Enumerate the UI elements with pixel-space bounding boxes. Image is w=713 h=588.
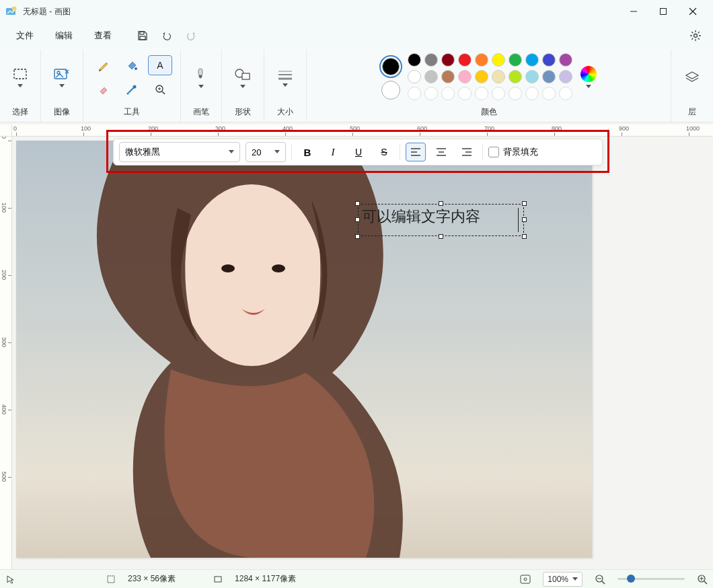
menu-file[interactable]: 文件: [5, 26, 44, 46]
ribbon-group-layers: 层: [671, 50, 713, 122]
zoom-select[interactable]: 100%: [543, 572, 583, 587]
underline-button[interactable]: U: [348, 143, 369, 161]
bold-button[interactable]: B: [297, 143, 317, 161]
size-tool[interactable]: [271, 64, 299, 91]
minimize-button[interactable]: [619, 1, 648, 22]
color-swatch[interactable]: [408, 53, 421, 67]
color-swatch[interactable]: [509, 70, 522, 83]
color-swatch[interactable]: [559, 53, 572, 67]
zoom-out-button[interactable]: [595, 574, 605, 585]
color-swatch[interactable]: [525, 87, 539, 100]
align-right-button[interactable]: [457, 143, 477, 161]
color-swatch[interactable]: [424, 53, 438, 67]
background-fill-label: 背景填充: [503, 146, 538, 158]
redo-button[interactable]: [179, 26, 203, 46]
text-edit-box[interactable]: 可以编辑文字内容: [358, 204, 524, 236]
eyedropper-tool[interactable]: [120, 79, 144, 100]
canvas-image: [16, 141, 592, 558]
svg-point-15: [127, 93, 129, 95]
text-tool[interactable]: A: [148, 55, 172, 75]
fit-screen-button[interactable]: [520, 575, 531, 584]
svg-rect-6: [140, 32, 144, 34]
font-size-select[interactable]: 20: [246, 142, 286, 162]
undo-button[interactable]: [155, 26, 179, 46]
svg-line-17: [162, 91, 165, 94]
menu-view[interactable]: 查看: [83, 26, 122, 46]
fill-tool[interactable]: [120, 55, 144, 75]
svg-point-26: [181, 184, 322, 366]
statusbar: 233 × 56像素 1284 × 1177像素 100%: [0, 569, 713, 588]
align-center-button[interactable]: [431, 143, 451, 161]
font-family-select[interactable]: 微软雅黑: [119, 142, 240, 162]
color-swatch[interactable]: [525, 53, 539, 67]
ribbon-group-tools: A 工具: [83, 50, 181, 122]
color-swatch[interactable]: [458, 87, 472, 100]
color-swatch[interactable]: [475, 53, 488, 67]
layers-button[interactable]: [678, 65, 706, 89]
italic-button[interactable]: I: [323, 143, 343, 161]
color-swatch[interactable]: [475, 87, 488, 100]
svg-point-28: [272, 264, 285, 272]
svg-rect-7: [140, 36, 145, 40]
select-tool[interactable]: [7, 63, 34, 92]
settings-button[interactable]: [683, 26, 708, 46]
svg-point-14: [133, 85, 137, 89]
primary-color-swatch[interactable]: [379, 55, 402, 78]
canvas[interactable]: 可以编辑文字内容: [16, 141, 592, 558]
magnifier-tool[interactable]: [148, 79, 172, 100]
eraser-tool[interactable]: [91, 79, 116, 100]
color-swatch[interactable]: [424, 87, 438, 100]
ribbon-group-brushes: 画笔: [181, 50, 222, 122]
background-fill-toggle[interactable]: 背景填充: [488, 146, 538, 158]
brush-tool[interactable]: [188, 63, 215, 93]
maximize-button[interactable]: [648, 1, 678, 22]
shapes-tool[interactable]: [229, 63, 257, 93]
close-button[interactable]: [678, 1, 708, 22]
save-button[interactable]: [130, 26, 155, 46]
color-swatch[interactable]: [492, 70, 505, 83]
color-swatch[interactable]: [542, 87, 556, 100]
color-swatch[interactable]: [441, 53, 455, 67]
pencil-tool[interactable]: [91, 55, 116, 75]
color-swatch[interactable]: [458, 70, 472, 83]
color-swatch[interactable]: [492, 53, 505, 67]
selection-size: 233 × 56像素: [128, 573, 176, 585]
color-swatch[interactable]: [509, 53, 522, 67]
secondary-color-swatch[interactable]: [381, 81, 400, 100]
image-tool[interactable]: [48, 63, 76, 92]
selection-size-icon: [106, 575, 116, 584]
color-swatch[interactable]: [525, 70, 539, 83]
color-swatch[interactable]: [475, 70, 488, 83]
font-family-value: 微软雅黑: [125, 146, 160, 158]
color-swatch[interactable]: [408, 70, 421, 83]
color-swatch[interactable]: [509, 87, 522, 100]
zoom-in-button[interactable]: [697, 574, 708, 585]
ribbon-group-image: 图像: [41, 50, 83, 122]
svg-rect-22: [242, 73, 250, 79]
menu-edit[interactable]: 编辑: [44, 26, 83, 46]
color-swatch[interactable]: [458, 53, 472, 67]
svg-text:A: A: [157, 60, 163, 71]
app-icon: [5, 5, 17, 17]
group-label: 形状: [235, 104, 251, 122]
color-swatch[interactable]: [441, 70, 455, 83]
titlebar: 无标题 - 画图: [0, 0, 713, 23]
strikethrough-button[interactable]: S: [374, 143, 394, 161]
color-swatch[interactable]: [542, 70, 556, 83]
canvas-area: 01002003004005006007008009001000 0100200…: [0, 124, 713, 569]
align-left-button[interactable]: [406, 143, 426, 161]
zoom-slider[interactable]: [617, 578, 685, 580]
color-swatch[interactable]: [542, 53, 556, 67]
viewport[interactable]: 可以编辑文字内容: [12, 137, 713, 569]
color-swatch[interactable]: [424, 70, 438, 83]
text-content[interactable]: 可以编辑文字内容: [362, 207, 520, 233]
color-swatch[interactable]: [559, 87, 572, 100]
edit-colors-button[interactable]: [580, 66, 597, 82]
color-swatch[interactable]: [492, 87, 505, 100]
svg-point-11: [57, 71, 60, 74]
color-swatch[interactable]: [441, 87, 455, 100]
group-label: 图像: [54, 104, 70, 122]
color-swatch[interactable]: [408, 87, 421, 100]
color-swatch[interactable]: [559, 70, 572, 83]
font-size-value: 20: [252, 147, 261, 157]
